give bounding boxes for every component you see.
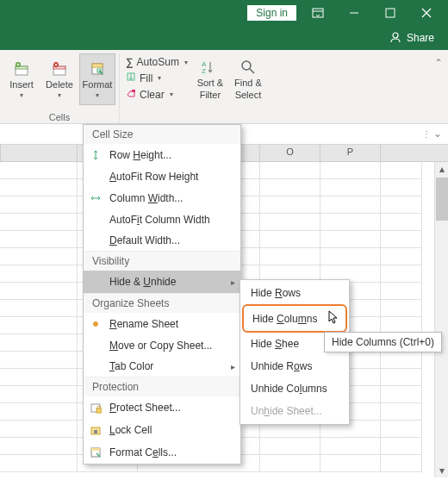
clear-button[interactable]: Clear ▾ [123, 87, 190, 102]
svg-point-6 [393, 33, 398, 38]
submenu-unhide-sheet: Unhide Sheet... [240, 400, 349, 422]
chevron-down-icon: ▾ [170, 90, 173, 98]
window-titlebar: Sign in [0, 0, 448, 26]
clear-icon [126, 88, 136, 101]
formula-bar-handle-icon[interactable]: ⋮ [422, 129, 431, 139]
chevron-down-icon: ▾ [20, 91, 23, 99]
format-dropdown-menu: Cell Size Row Height... AutoFit Row Heig… [83, 124, 241, 464]
svg-rect-18 [92, 64, 103, 67]
submenu-arrow-icon: ▸ [231, 277, 235, 287]
chevron-down-icon: ▾ [184, 59, 188, 66]
share-bar: Share [0, 26, 448, 50]
autosum-icon: ∑ [126, 56, 134, 68]
lock-cell-icon [89, 423, 103, 437]
menu-section-organize: Organize Sheets [84, 293, 240, 313]
bullet-icon [89, 317, 103, 331]
svg-rect-3 [386, 9, 395, 17]
menu-default-width[interactable]: Default Width... [84, 230, 240, 251]
submenu-hide-columns[interactable]: Hide Columns [242, 304, 347, 333]
chevron-down-icon: ▾ [158, 74, 161, 82]
share-label[interactable]: Share [407, 32, 434, 44]
svg-rect-35 [91, 448, 100, 451]
submenu-arrow-icon: ▸ [231, 362, 235, 371]
scroll-down-icon[interactable]: ▾ [435, 464, 449, 477]
menu-format-cells[interactable]: Format Cells... [84, 441, 240, 464]
find-select-icon [240, 59, 257, 76]
tooltip-hide-columns: Hide Columns (Ctrl+0) [324, 332, 442, 352]
menu-tab-color[interactable]: Tab Color ▸ [84, 356, 240, 377]
ribbon-display-options-icon[interactable] [303, 0, 333, 26]
ribbon-group-cells: Insert ▾ Delete ▾ Format ▾ Cells [0, 53, 120, 124]
svg-text:Z: Z [202, 67, 206, 75]
collapse-ribbon-icon[interactable]: ⌃ [434, 57, 443, 69]
menu-section-protection: Protection [84, 377, 240, 396]
menu-autofit-column-width[interactable]: AutoFit Column Width [84, 209, 240, 230]
expand-formula-bar-icon[interactable]: ⌄ [431, 123, 445, 144]
menu-section-cell-size: Cell Size [84, 125, 240, 144]
svg-line-27 [250, 69, 254, 73]
insert-button[interactable]: Insert ▾ [3, 53, 40, 105]
vertical-scrollbar[interactable]: ▴ ▾ [434, 162, 448, 477]
menu-rename-sheet[interactable]: Rename Sheet [84, 313, 240, 335]
column-header-o[interactable]: O [260, 145, 320, 161]
scroll-up-icon[interactable]: ▴ [435, 162, 449, 176]
menu-lock-cell[interactable]: Lock Cell [84, 419, 240, 441]
format-cells-icon [89, 446, 103, 459]
menu-section-visibility: Visibility [84, 251, 240, 271]
insert-icon [13, 60, 30, 78]
find-select-button[interactable]: Find & Select [230, 53, 266, 105]
menu-move-copy-sheet[interactable]: Move or Copy Sheet... [84, 335, 240, 356]
fill-icon [126, 72, 136, 84]
close-button[interactable] [412, 0, 441, 26]
sign-in-button[interactable]: Sign in [247, 5, 296, 21]
protect-sheet-icon [89, 401, 103, 415]
group-label-cells: Cells [49, 112, 70, 122]
fill-button[interactable]: Fill ▾ [123, 71, 190, 85]
sort-filter-icon: AZ [202, 59, 219, 76]
menu-hide-unhide[interactable]: Hide & Unhide ▸ [84, 271, 240, 293]
submenu-unhide-rows[interactable]: Unhide Rows [240, 355, 349, 377]
autosum-button[interactable]: ∑ AutoSum ▾ [123, 55, 190, 69]
mouse-cursor-icon [328, 310, 340, 328]
format-button[interactable]: Format ▾ [79, 53, 115, 105]
row-height-icon [89, 148, 103, 162]
share-icon[interactable] [389, 31, 401, 46]
ribbon-group-editing: ∑ AutoSum ▾ Fill ▾ Clear ▾ [120, 53, 270, 124]
svg-point-26 [242, 61, 251, 70]
column-header-p[interactable]: P [320, 145, 381, 161]
chevron-down-icon: ▾ [58, 91, 61, 99]
maximize-button[interactable] [376, 0, 405, 26]
chevron-down-icon: ▾ [96, 91, 99, 99]
submenu-unhide-columns[interactable]: Unhide Columns [240, 377, 349, 400]
sort-filter-button[interactable]: AZ Sort & Filter [192, 53, 228, 105]
menu-column-width[interactable]: Column Width... [84, 187, 240, 209]
column-width-icon [89, 191, 103, 205]
scrollbar-thumb[interactable] [436, 178, 448, 221]
format-icon [89, 60, 106, 78]
delete-button[interactable]: Delete ▾ [41, 53, 78, 105]
menu-autofit-row-height[interactable]: AutoFit Row Height [84, 166, 240, 187]
menu-protect-sheet[interactable]: Protect Sheet... [84, 396, 240, 419]
delete-icon [51, 60, 68, 78]
svg-rect-31 [96, 408, 102, 413]
svg-rect-22 [132, 90, 135, 92]
submenu-hide-rows[interactable]: Hide Rows [240, 282, 349, 304]
menu-row-height[interactable]: Row Height... [84, 144, 240, 166]
svg-rect-33 [94, 430, 97, 433]
ribbon: Insert ▾ Delete ▾ Format ▾ Cells [0, 50, 448, 124]
minimize-button[interactable] [339, 0, 369, 26]
